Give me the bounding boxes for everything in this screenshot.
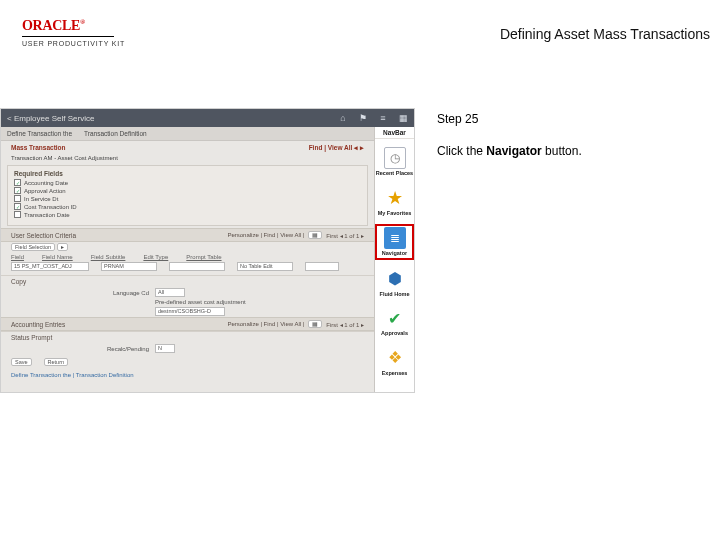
clock-icon: ◷ (384, 147, 406, 169)
instruction-navigator-word: Navigator (486, 144, 541, 158)
fluid-home-icon: ⬢ (384, 268, 406, 290)
nav-navigator-label: Navigator (382, 251, 407, 257)
grid-row: 15 PS_MT_COST_ADJ PRNAM No Table Edit (1, 262, 374, 275)
row-subtitle-input[interactable] (169, 262, 225, 271)
step-number: Step 25 (437, 112, 710, 126)
oracle-logo-text: ORACLE (22, 18, 80, 33)
nav-expenses-label: Expenses (382, 371, 408, 377)
brand-block: ORACLE® USER PRODUCTIVITY KIT (22, 18, 125, 47)
col-field: Field (11, 254, 24, 260)
grid-icon[interactable]: ▦ (398, 113, 408, 123)
navbar-title: NavBar (375, 127, 414, 139)
row-prompt-input[interactable] (305, 262, 339, 271)
nav-fluid-home-label: Fluid Home (380, 292, 410, 298)
navbar-panel: NavBar ◷ Recent Places ★ My Favorites ≣ … (374, 127, 414, 392)
document-icon: ≣ (384, 227, 406, 249)
selection-controls[interactable]: Personalize | Find | View All | ▦ First … (227, 231, 364, 239)
required-fields-title: Required Fields (14, 170, 361, 177)
row-field-input[interactable]: 15 PS_MT_COST_ADJ (11, 262, 89, 271)
required-fields-panel: Required Fields ✓Accounting Date ✓Approv… (7, 165, 368, 226)
instruction-line-c: button. (542, 144, 582, 158)
instruction-panel: Step 25 Click the Navigator button. (415, 108, 720, 393)
accounting-entries-title: Accounting Entries (11, 321, 65, 328)
trademark-icon: ® (80, 18, 85, 26)
menu-icon[interactable]: ≡ (378, 113, 388, 123)
section-mass-transaction: Mass Transaction (11, 144, 66, 152)
oracle-logo: ORACLE® (22, 18, 85, 34)
kv-dest: destnm/CSOBSHG-D (1, 306, 374, 317)
nav-expenses[interactable]: ❖ Expenses (375, 345, 414, 379)
selection-criteria-title: User Selection Criteria (11, 232, 76, 239)
grid-header: Field Field Name Field Subtitle Edit Typ… (1, 252, 374, 262)
app-screenshot: < Employee Self Service ⌂ ⚑ ≡ ▦ Define T… (0, 108, 415, 393)
selection-criteria-bar: User Selection Criteria Personalize | Fi… (1, 228, 374, 242)
tab-field-selection[interactable]: Field Selection (11, 243, 55, 251)
kv-status: Recalc/PendingN (1, 343, 374, 354)
nav-navigator[interactable]: ≣ Navigator (375, 224, 414, 260)
kv-desc: Pre-defined asset cost adjustment (1, 298, 374, 306)
row-fieldname-input[interactable]: PRNAM (101, 262, 157, 271)
logo-divider (22, 36, 114, 37)
chk-approval-action[interactable]: ✓Approval Action (14, 187, 361, 194)
footer-links[interactable]: Define Transaction the | Transaction Def… (1, 370, 374, 380)
chk-transaction-date[interactable]: Transaction Date (14, 211, 361, 218)
nav-approvals[interactable]: ✔ Approvals (375, 305, 414, 339)
transaction-label: Transaction AM - Asset Cost Adjustment (1, 155, 374, 163)
kv-language: Language CdAll (1, 287, 374, 298)
app-topbar: < Employee Self Service ⌂ ⚑ ≡ ▦ (1, 109, 414, 127)
copy-section: Copy (1, 275, 374, 287)
instruction-text: Click the Navigator button. (437, 144, 710, 158)
col-edittype: Edit Type (143, 254, 168, 260)
status-prompt-title: Status Prompt (1, 331, 374, 343)
logo-subtitle: USER PRODUCTIVITY KIT (22, 40, 125, 47)
nav-recent-places[interactable]: ◷ Recent Places (375, 145, 414, 179)
flag-icon[interactable]: ⚑ (358, 113, 368, 123)
tab-more[interactable]: ▸ (57, 243, 68, 251)
nav-my-favorites-label: My Favorites (378, 211, 412, 217)
accounting-controls[interactable]: Personalize | Find | View All | ▦ First … (227, 320, 364, 328)
col-prompttable: Prompt Table (186, 254, 221, 260)
tab-define[interactable]: Define Transaction the (7, 130, 72, 137)
status-input[interactable]: N (155, 344, 175, 353)
instruction-line-a: Click the (437, 144, 486, 158)
col-fieldname: Field Name (42, 254, 73, 260)
accounting-entries-bar: Accounting Entries Personalize | Find | … (1, 317, 374, 331)
find-viewall[interactable]: Find | View All ◂ ▸ (309, 144, 364, 152)
save-button[interactable]: Save (11, 358, 32, 366)
chk-in-service-dt[interactable]: In Service Dt (14, 195, 361, 202)
dest-input[interactable]: destnm/CSOBSHG-D (155, 307, 225, 316)
page-title: Defining Asset Mass Transactions (500, 26, 710, 42)
star-icon: ★ (384, 187, 406, 209)
tab-definition[interactable]: Transaction Definition (84, 130, 147, 137)
return-button[interactable]: Return (44, 358, 69, 366)
chk-accounting-date[interactable]: ✓Accounting Date (14, 179, 361, 186)
breadcrumb-bar: Define Transaction the Transaction Defin… (1, 127, 414, 141)
expenses-icon: ❖ (384, 347, 406, 369)
nav-my-favorites[interactable]: ★ My Favorites (375, 185, 414, 219)
nav-recent-places-label: Recent Places (376, 171, 413, 177)
back-link[interactable]: < Employee Self Service (7, 114, 94, 123)
language-input[interactable]: All (155, 288, 185, 297)
form-content: Mass Transaction Find | View All ◂ ▸ Tra… (1, 141, 374, 392)
chk-cost-transaction-id[interactable]: ✓Cost Transaction ID (14, 203, 361, 210)
col-fieldsubtitle: Field Subtitle (91, 254, 126, 260)
approvals-icon: ✔ (384, 307, 406, 329)
home-icon[interactable]: ⌂ (338, 113, 348, 123)
nav-approvals-label: Approvals (381, 331, 408, 337)
nav-fluid-home[interactable]: ⬢ Fluid Home (375, 266, 414, 300)
row-edittype-input[interactable]: No Table Edit (237, 262, 293, 271)
